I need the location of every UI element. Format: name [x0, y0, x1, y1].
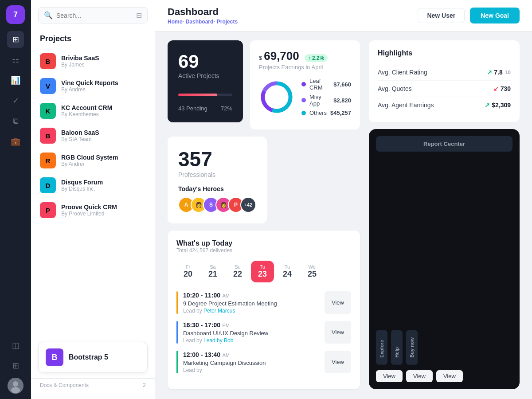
professionals-card: 357 Professionals Today's Heroes A👩S👩P+4… — [168, 137, 267, 223]
project-item[interactable]: R RGB Cloud System By Andrei — [31, 148, 155, 173]
event-time: 12:00 - 13:40 — [183, 351, 220, 358]
calendar-day[interactable]: Tu 23 — [251, 261, 274, 282]
calendar-day[interactable]: Tu 24 — [276, 261, 299, 282]
project-by: By Keenthemes — [61, 111, 112, 117]
filter-icon[interactable]: ⊟ — [136, 11, 142, 20]
header-title-area: Dashboard Home- Dashboard- Projects — [168, 6, 238, 25]
ap-footer: 43 Pending 72% — [178, 105, 232, 112]
app-avatar[interactable]: 7 — [6, 5, 25, 24]
project-item[interactable]: B Baloon SaaS By SIA Team — [31, 123, 155, 148]
event-lead: Lead by Peter Marcus — [183, 308, 319, 314]
event-item: 16:30 - 17:00 PM Dashboard UI/UX Design … — [176, 321, 351, 344]
breadcrumb-home: Home- — [168, 19, 184, 25]
highlight-value: ↗ 7.810 — [487, 69, 511, 76]
event-time: 10:20 - 11:00 — [183, 292, 220, 299]
highlights-card: Highlights Avg. Client Rating ↗ 7.810 Av… — [369, 40, 520, 122]
svg-point-2 — [11, 387, 20, 393]
bootstrap-card[interactable]: B Bootstrap 5 — [38, 342, 148, 373]
highlight-name: Avg. Client Rating — [378, 69, 427, 76]
cal-day-num: 24 — [283, 270, 292, 279]
project-name: RGB Cloud System — [61, 154, 118, 161]
whatsup-title: What's up Today — [176, 239, 232, 247]
event-ampm: PM — [223, 323, 230, 328]
check-icon[interactable]: ✓ — [7, 92, 24, 109]
calendar-day[interactable]: Fr 20 — [176, 261, 200, 282]
heroes-label: Today's Heroes — [178, 185, 256, 192]
event-stripe — [176, 351, 178, 373]
dark-side-panel: Report Cecnter Explore Help Buy now View… — [369, 129, 520, 389]
calendar-day[interactable]: We 25 — [301, 261, 324, 282]
cal-day-name: Tu — [285, 264, 290, 270]
event-lead-link[interactable]: Peter Marcus — [203, 308, 235, 314]
legend-item: Others $45,257 — [301, 110, 351, 116]
pending-count: 43 Pending — [178, 105, 207, 112]
event-view-button[interactable]: View — [325, 351, 351, 373]
earnings-currency: $ — [259, 55, 262, 61]
legend-name: Others — [309, 110, 327, 116]
project-item[interactable]: P Proove Quick CRM By Proove Limited — [31, 198, 155, 223]
cal-day-num: 23 — [258, 270, 267, 279]
trend-arrow: ↗ — [487, 69, 492, 76]
project-name: Baloon SaaS — [61, 129, 99, 136]
project-info: Disqus Forum By Disqus Inc. — [61, 179, 103, 192]
professionals-number: 357 — [178, 147, 256, 171]
main-area: Dashboard Home- Dashboard- Projects New … — [155, 0, 532, 399]
grid-icon[interactable]: ⚏ — [7, 51, 24, 68]
dashboard-icon[interactable]: ⊞ — [7, 31, 24, 48]
event-view-button[interactable]: View — [325, 321, 351, 344]
user-avatar[interactable] — [8, 378, 23, 394]
earnings-label: Projects Earnings in April — [259, 64, 351, 70]
sidebar-search-area: 🔍 ⊟ — [31, 7, 155, 31]
event-view-button[interactable]: View — [325, 291, 351, 314]
event-title: Dashboard UI/UX Design Review — [183, 330, 319, 336]
layers-icon[interactable]: ⧉ — [7, 113, 24, 129]
help-tab[interactable]: Help — [391, 330, 403, 365]
view-button-2[interactable]: View — [406, 370, 433, 382]
event-lead-link[interactable]: Lead by Bob — [203, 337, 233, 344]
highlight-value: ↙ 730 — [493, 85, 511, 92]
professionals-label: Professionals — [178, 171, 256, 178]
side-tab-group: Explore Help Buy now — [376, 330, 512, 365]
view-button-3[interactable]: View — [436, 370, 463, 382]
legend-value: $7,660 — [333, 81, 351, 88]
projects-title: Projects — [31, 31, 155, 49]
event-title: 9 Degree Project Estimation Meeting — [183, 300, 319, 307]
project-item[interactable]: K KC Account CRM By Keenthemes — [31, 98, 155, 123]
hero-avatar: +42 — [240, 197, 256, 213]
legend-item: Leaf CRM $7,660 — [301, 78, 351, 91]
briefcase-icon[interactable]: 💼 — [7, 133, 24, 150]
docs-label: Docs & Components — [40, 382, 89, 388]
event-stripe — [176, 321, 178, 344]
event-ampm: AM — [223, 352, 230, 358]
event-content: 12:00 - 13:40 AM Marketing Campaign Disc… — [183, 351, 319, 373]
explore-tab[interactable]: Explore — [376, 330, 387, 365]
calendar-day[interactable]: Sa 21 — [201, 261, 224, 282]
cal-day-name: Su — [235, 264, 240, 270]
legend-item: Mivy App $2,820 — [301, 94, 351, 107]
new-user-button[interactable]: New User — [418, 8, 465, 23]
whatsup-subtitle: Total 424,567 deliveries — [176, 247, 232, 254]
bootstrap-label: Bootstrap 5 — [69, 353, 108, 361]
highlight-row: Avg. Client Rating ↗ 7.810 — [378, 64, 511, 81]
event-title: Marketing Campaign Discussion — [183, 360, 319, 366]
event-item: 12:00 - 13:40 AM Marketing Campaign Disc… — [176, 351, 351, 373]
search-input[interactable] — [56, 12, 133, 19]
project-icon: V — [40, 78, 56, 94]
search-bar[interactable]: 🔍 ⊟ — [38, 7, 148, 23]
project-item[interactable]: B Briviba SaaS By James — [31, 49, 155, 74]
view-button-group: View View View — [376, 370, 512, 382]
project-icon: P — [40, 202, 56, 218]
breadcrumb-active: Projects — [217, 19, 238, 25]
view-button-1[interactable]: View — [376, 370, 403, 382]
earnings-card: $ 69,700 ↑ 2.2% Projects Earnings in Apr… — [250, 40, 360, 129]
project-item[interactable]: D Disqus Forum By Disqus Inc. — [31, 173, 155, 198]
report-center-button[interactable]: Report Cecnter — [376, 136, 512, 152]
sidebar-toggle-icon[interactable]: ◫ — [7, 337, 24, 354]
grid2-icon[interactable]: ⊞ — [7, 357, 24, 374]
event-content: 10:20 - 11:00 AM 9 Degree Project Estima… — [183, 291, 319, 314]
new-goal-button[interactable]: New Goal — [470, 8, 520, 23]
chart-icon[interactable]: 📊 — [7, 72, 24, 89]
buy-now-tab[interactable]: Buy now — [406, 330, 418, 365]
calendar-day[interactable]: Su 22 — [226, 261, 249, 282]
project-item[interactable]: V Vine Quick Reports By Andres — [31, 74, 155, 98]
